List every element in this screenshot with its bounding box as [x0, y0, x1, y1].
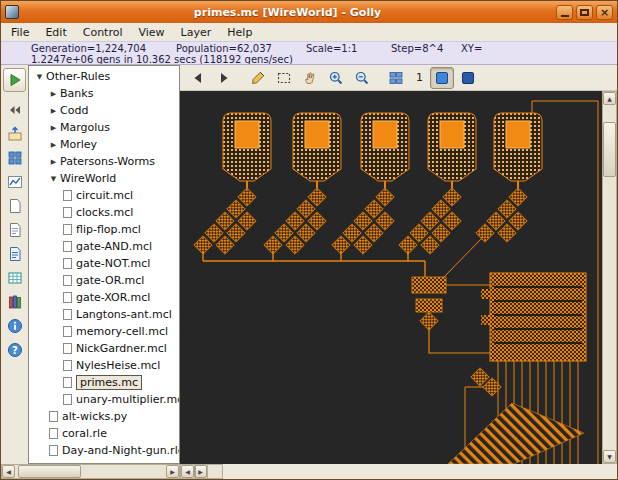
triangle-closed-icon[interactable]: ▶	[47, 158, 60, 166]
tree-item-Codd[interactable]: ▶Codd	[29, 102, 179, 119]
file-icon	[63, 309, 72, 320]
scroll-left-icon[interactable]: ◀	[2, 465, 15, 478]
tree-item-label: primes.mc	[76, 375, 142, 390]
show-graph-button[interactable]	[3, 171, 26, 192]
close-button[interactable]: ×	[596, 5, 613, 20]
scroll-up-icon[interactable]: ▲	[603, 92, 616, 105]
tree-item-coral.rle[interactable]: coral.rle	[29, 425, 179, 442]
grid-file-icon	[7, 270, 23, 286]
zoom-out-button[interactable]	[350, 67, 374, 89]
tree-item-clocks.mcl[interactable]: clocks.mcl	[29, 204, 179, 221]
canvas-vscroll-thumb[interactable]	[603, 122, 616, 177]
scroll-down-icon[interactable]: ▼	[603, 450, 616, 463]
draw-button[interactable]	[246, 67, 270, 89]
canvas-vscrollbar[interactable]: ▲ ▼	[602, 91, 617, 464]
show-layers-button[interactable]	[3, 147, 26, 168]
tree-item-gate-NOT.mcl[interactable]: gate-NOT.mcl	[29, 255, 179, 272]
tree-item-alt-wicks.py[interactable]: alt-wicks.py	[29, 408, 179, 425]
file-icon	[63, 292, 72, 303]
back-button[interactable]	[186, 67, 210, 89]
save-pattern-button[interactable]	[3, 243, 26, 264]
canvas-hscrollbar[interactable]: ◀ ▶	[180, 464, 208, 479]
pattern-canvas[interactable]	[180, 91, 602, 464]
pattern-info-button[interactable]	[3, 219, 26, 240]
file-icon	[63, 258, 72, 269]
tree-item-WireWorld[interactable]: ▼WireWorld	[29, 170, 179, 187]
tile-layers-button[interactable]	[384, 67, 408, 89]
pattern-library-button[interactable]	[3, 291, 26, 312]
status-scale: Scale=1:1	[306, 43, 391, 54]
tree-item-primes.mc[interactable]: primes.mc	[29, 374, 179, 391]
tree-item-label: Other-Rules	[46, 70, 110, 83]
layer-1-button[interactable]	[430, 67, 454, 89]
graph-icon	[7, 174, 23, 190]
tree-item-Langtons-ant.mcl[interactable]: Langtons-ant.mcl	[29, 306, 179, 323]
info-icon	[7, 318, 23, 334]
scroll-right-icon[interactable]: ▶	[166, 465, 179, 478]
maximize-button[interactable]	[576, 5, 593, 20]
menu-file[interactable]: File	[3, 25, 37, 40]
tree-item-gate-OR.mcl[interactable]: gate-OR.mcl	[29, 272, 179, 289]
dark-blue-square-icon	[460, 70, 476, 86]
triangle-closed-icon[interactable]: ▶	[47, 124, 60, 132]
menu-help[interactable]: Help	[219, 25, 260, 40]
tree-item-gate-AND.mcl[interactable]: gate-AND.mcl	[29, 238, 179, 255]
main-area: ? ▼Other-Rules▶Banks▶Codd▶Margolus▶Morle…	[1, 65, 617, 479]
tree-item-Other-Rules[interactable]: ▼Other-Rules	[29, 68, 179, 85]
selection-rect-icon	[276, 70, 292, 86]
file-icon	[63, 207, 72, 218]
new-pattern-button[interactable]	[3, 195, 26, 216]
tree-item-label: Patersons-Worms	[60, 155, 155, 168]
status-generation: Generation=1,224,704	[31, 43, 176, 54]
zoom-in-button[interactable]	[324, 67, 348, 89]
file-icon	[49, 428, 58, 439]
info-button[interactable]	[3, 315, 26, 336]
canvas-hscroll-thumb[interactable]	[194, 465, 196, 478]
run-button[interactable]	[3, 68, 26, 92]
tree-item-label: unary-multiplier.mcl	[76, 393, 179, 406]
minimize-button[interactable]	[556, 5, 573, 20]
tree-item-label: coral.rle	[62, 427, 107, 440]
select-button[interactable]	[272, 67, 296, 89]
show-table-button[interactable]	[3, 267, 26, 288]
left-panel-group: ? ▼Other-Rules▶Banks▶Codd▶Margolus▶Morle…	[1, 65, 180, 479]
tree-hscrollbar[interactable]: ◀ ▶	[1, 464, 180, 479]
open-pattern-button[interactable]	[3, 123, 26, 144]
triangle-open-icon[interactable]: ▼	[47, 175, 60, 183]
help-icon: ?	[7, 342, 23, 358]
tree-item-label: alt-wicks.py	[62, 410, 127, 423]
back-arrow-icon	[190, 70, 206, 86]
collapse-panel-button[interactable]	[3, 99, 26, 120]
layer-2-button[interactable]	[456, 67, 480, 89]
scroll-left-icon[interactable]: ◀	[181, 465, 194, 478]
tree-item-Margolus[interactable]: ▶Margolus	[29, 119, 179, 136]
forward-button[interactable]	[212, 67, 236, 89]
tree-item-Morley[interactable]: ▶Morley	[29, 136, 179, 153]
help-button[interactable]: ?	[3, 339, 26, 360]
tree-item-unary-multiplier.mcl[interactable]: unary-multiplier.mcl	[29, 391, 179, 408]
menu-view[interactable]: View	[131, 25, 173, 40]
triangle-closed-icon[interactable]: ▶	[47, 107, 60, 115]
tree-item-Patersons-Worms[interactable]: ▶Patersons-Worms	[29, 153, 179, 170]
open-up-icon	[7, 126, 23, 142]
triangle-open-icon[interactable]: ▼	[33, 73, 46, 81]
tree-item-NylesHeise.mcl[interactable]: NylesHeise.mcl	[29, 357, 179, 374]
scrollbar-corner	[208, 464, 223, 479]
triangle-closed-icon[interactable]: ▶	[47, 141, 60, 149]
tree-item-circuit.mcl[interactable]: circuit.mcl	[29, 187, 179, 204]
title-bar[interactable]: primes.mc [WireWorld] - Golly ×	[1, 1, 617, 23]
file-icon	[63, 360, 72, 371]
tree-hscroll-thumb[interactable]	[18, 465, 81, 478]
menu-edit[interactable]: Edit	[37, 25, 74, 40]
tree-item-Day-and-Night-gun.rle[interactable]: Day-and-Night-gun.rle	[29, 442, 179, 459]
tree-item-Banks[interactable]: ▶Banks	[29, 85, 179, 102]
tree-item-memory-cell.mcl[interactable]: memory-cell.mcl	[29, 323, 179, 340]
menu-control[interactable]: Control	[75, 25, 131, 40]
move-button[interactable]	[298, 67, 322, 89]
tree-item-label: gate-XOR.mcl	[76, 291, 150, 304]
tree-item-gate-XOR.mcl[interactable]: gate-XOR.mcl	[29, 289, 179, 306]
tree-item-NickGardner.mcl[interactable]: NickGardner.mcl	[29, 340, 179, 357]
menu-layer[interactable]: Layer	[173, 25, 220, 40]
tree-item-flip-flop.mcl[interactable]: flip-flop.mcl	[29, 221, 179, 238]
triangle-closed-icon[interactable]: ▶	[47, 90, 60, 98]
